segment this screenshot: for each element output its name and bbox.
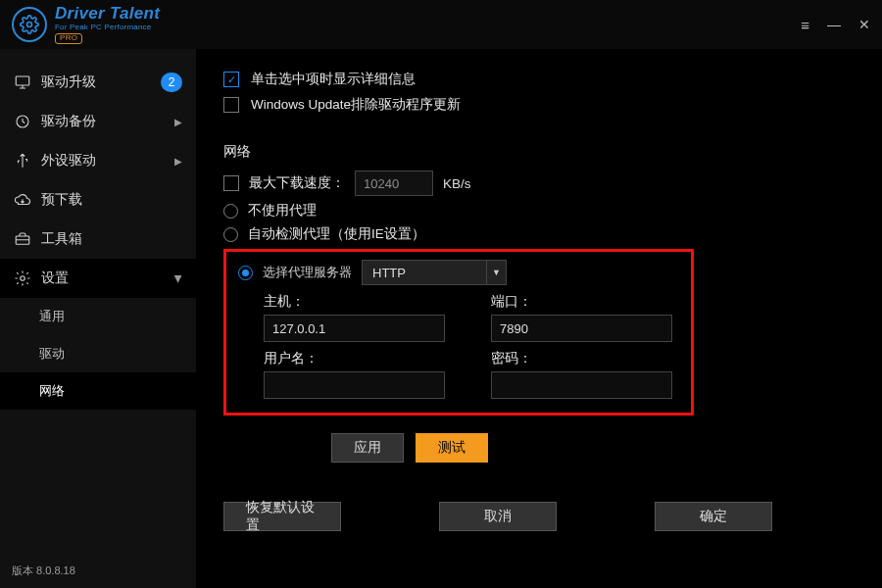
svg-point-4 — [21, 276, 25, 281]
sidebar-item-upgrade[interactable]: 驱动升级 2 — [0, 63, 196, 102]
sidebar-item-label: 外设驱动 — [41, 152, 96, 170]
sidebar-item-label: 驱动备份 — [41, 113, 96, 130]
sidebar-item-predownload[interactable]: 预下载 — [0, 180, 196, 220]
chevron-down-icon: ▼ — [486, 261, 506, 284]
sidebar-item-label: 工具箱 — [41, 230, 82, 248]
maxspeed-input[interactable] — [355, 171, 433, 196]
port-input[interactable] — [491, 315, 672, 342]
radio-select-proxy[interactable] — [238, 266, 253, 280]
usb-icon — [14, 152, 31, 170]
sidebar-sub-network[interactable]: 网络 — [0, 372, 196, 410]
host-input[interactable] — [264, 315, 445, 342]
radio-label: 选择代理服务器 — [263, 264, 352, 281]
close-button[interactable]: ✕ — [858, 18, 870, 31]
svg-rect-1 — [16, 76, 29, 85]
chevron-right-icon: ▶ — [174, 117, 182, 127]
checkbox-show-detail[interactable]: ✓ — [223, 72, 239, 87]
checkbox-maxspeed[interactable] — [223, 175, 239, 191]
password-input[interactable] — [491, 371, 672, 399]
sidebar: 驱动升级 2 驱动备份 ▶ 外设驱动 ▶ 预下载 工具箱 — [0, 49, 196, 588]
ok-button[interactable]: 确定 — [655, 502, 772, 531]
host-label: 主机： — [264, 293, 452, 311]
username-input[interactable] — [264, 371, 445, 399]
monitor-icon — [14, 74, 31, 91]
proxy-protocol-dropdown[interactable]: HTTP ▼ — [362, 260, 507, 285]
checkbox-label: Windows Update排除驱动程序更新 — [251, 96, 461, 114]
sidebar-item-label: 设置 — [41, 270, 69, 287]
password-label: 密码： — [491, 350, 679, 368]
cloud-download-icon — [14, 191, 31, 209]
minimize-button[interactable]: — — [827, 18, 841, 31]
backup-icon — [14, 113, 31, 130]
sidebar-item-settings[interactable]: 设置 ▶ — [0, 259, 196, 298]
titlebar: Driver Talent For Peak PC Performance PR… — [0, 0, 882, 49]
apply-button[interactable]: 应用 — [331, 433, 404, 463]
port-label: 端口： — [491, 293, 679, 311]
checkbox-label: 单击选中项时显示详细信息 — [251, 71, 416, 88]
badge-count: 2 — [161, 73, 182, 92]
proxy-highlight-box: 选择代理服务器 HTTP ▼ 主机： 端口： — [223, 249, 694, 416]
maxspeed-label: 最大下载速度： — [249, 174, 345, 192]
content-panel: ✓ 单击选中项时显示详细信息 Windows Update排除驱动程序更新 网络… — [196, 49, 882, 588]
logo: Driver Talent For Peak PC Performance PR… — [12, 5, 160, 43]
chevron-right-icon: ▶ — [174, 156, 182, 167]
sidebar-sub-driver[interactable]: 驱动 — [0, 335, 196, 372]
test-button[interactable]: 测试 — [416, 433, 488, 463]
pro-badge: PRO — [55, 33, 82, 44]
sidebar-item-label: 预下载 — [41, 191, 82, 209]
sidebar-item-peripheral[interactable]: 外设驱动 ▶ — [0, 141, 196, 180]
radio-no-proxy[interactable] — [223, 204, 238, 219]
sidebar-item-backup[interactable]: 驱动备份 ▶ — [0, 102, 196, 141]
radio-label: 自动检测代理（使用IE设置） — [248, 225, 425, 243]
cancel-button[interactable]: 取消 — [439, 502, 557, 531]
logo-badge-icon — [12, 7, 47, 42]
gear-icon — [14, 270, 31, 287]
app-subtitle: For Peak PC Performance — [55, 24, 160, 32]
radio-auto-proxy[interactable] — [223, 227, 238, 242]
svg-point-0 — [27, 23, 32, 27]
sidebar-item-toolbox[interactable]: 工具箱 — [0, 220, 196, 259]
app-title: Driver Talent — [55, 5, 160, 24]
user-label: 用户名： — [264, 350, 452, 368]
chevron-down-icon: ▶ — [173, 274, 184, 282]
maxspeed-unit: KB/s — [443, 176, 471, 191]
sidebar-sub-general[interactable]: 通用 — [0, 298, 196, 335]
menu-icon[interactable]: ≡ — [801, 18, 809, 32]
toolbox-icon — [14, 230, 31, 248]
checkbox-exclude-wu[interactable] — [223, 97, 239, 113]
restore-defaults-button[interactable]: 恢复默认设置 — [223, 502, 341, 531]
radio-label: 不使用代理 — [248, 202, 317, 220]
sidebar-item-label: 驱动升级 — [41, 74, 96, 91]
version-label: 版本 8.0.8.18 — [0, 556, 196, 588]
app-window: Driver Talent For Peak PC Performance PR… — [0, 0, 882, 588]
section-network-title: 网络 — [223, 143, 851, 161]
